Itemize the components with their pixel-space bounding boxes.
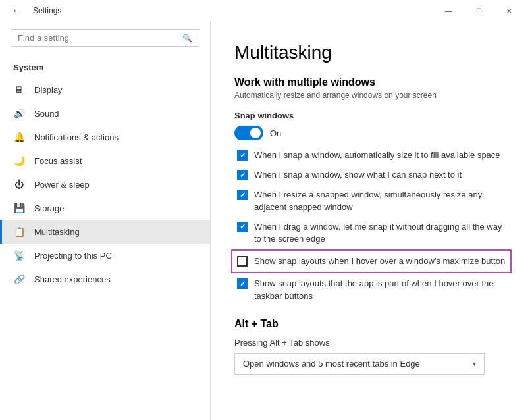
sidebar-item-sound[interactable]: 🔊 Sound xyxy=(0,101,210,125)
toggle-state-label: On xyxy=(270,128,281,138)
alt-tab-section: Alt + Tab xyxy=(234,318,508,330)
back-button[interactable]: ← xyxy=(8,0,26,21)
content-area: Multitasking Work with multiple windows … xyxy=(211,21,532,420)
checkbox-row-3: ✓ When I resize a snapped window, simult… xyxy=(234,189,508,213)
title-bar: ← Settings — ☐ ✕ xyxy=(0,0,532,21)
sidebar-label-storage: Storage xyxy=(34,203,65,213)
sidebar-label-shared: Shared experiences xyxy=(34,275,111,284)
sidebar-label-projecting: Projecting to this PC xyxy=(34,251,112,261)
snap-toggle-row: On xyxy=(234,126,508,140)
checkbox-2[interactable]: ✓ xyxy=(237,170,248,180)
sidebar-header: 🔍 xyxy=(0,21,210,60)
section-desc-windows: Automatically resize and arrange windows… xyxy=(234,91,508,100)
notifications-icon: 🔔 xyxy=(13,132,25,142)
page-title: Multitasking xyxy=(234,42,508,63)
checkbox-row-6: ✓ Show snap layouts that the app is part… xyxy=(234,278,508,302)
check-icon-6: ✓ xyxy=(240,280,246,288)
close-button[interactable]: ✕ xyxy=(494,0,524,21)
back-icon: ← xyxy=(12,5,22,16)
alttab-dropdown[interactable]: Open windows and 5 most recent tabs in E… xyxy=(234,353,485,375)
sidebar-label-notifications: Notifications & actions xyxy=(34,132,119,142)
sidebar-item-projecting[interactable]: 📡 Projecting to this PC xyxy=(0,244,210,267)
checkbox-label-3: When I resize a snapped window, simultan… xyxy=(254,189,508,213)
multitasking-icon: 📋 xyxy=(13,226,25,237)
search-input[interactable] xyxy=(18,33,182,43)
snap-toggle[interactable] xyxy=(234,126,263,140)
section-title-windows: Work with multiple windows xyxy=(234,76,508,88)
dropdown-label: Pressing Alt + Tab shows xyxy=(234,338,508,348)
checkbox-label-1: When I snap a window, automatically size… xyxy=(254,149,500,161)
shared-icon: 🔗 xyxy=(13,274,25,284)
display-icon: 🖥 xyxy=(13,84,25,95)
checkbox-row-4: ✓ When I drag a window, let me snap it w… xyxy=(234,221,508,245)
sidebar-item-storage[interactable]: 💾 Storage xyxy=(0,196,210,220)
snap-label: Snap windows xyxy=(234,111,508,120)
sidebar-item-notifications[interactable]: 🔔 Notifications & actions xyxy=(0,125,210,149)
checkbox-row-5: Show snap layouts when I hover over a wi… xyxy=(234,253,508,270)
storage-icon: 💾 xyxy=(13,203,25,213)
sidebar-item-multitasking[interactable]: 📋 Multitasking xyxy=(0,220,210,244)
checkbox-label-6: Show snap layouts that the app is part o… xyxy=(254,278,508,302)
sidebar-label-display: Display xyxy=(34,85,63,95)
sidebar: 🔍 System 🖥 Display 🔊 Sound 🔔 Notificatio… xyxy=(0,21,211,420)
check-icon-2: ✓ xyxy=(240,171,246,180)
checkbox-6[interactable]: ✓ xyxy=(237,278,248,289)
checkbox-label-2: When I snap a window, show what I can sn… xyxy=(254,169,462,181)
app-title: Settings xyxy=(33,6,61,15)
dropdown-arrow-icon: ▾ xyxy=(473,360,476,367)
check-icon-1: ✓ xyxy=(240,151,246,160)
dropdown-value: Open windows and 5 most recent tabs in E… xyxy=(243,359,420,369)
checkbox-5[interactable] xyxy=(237,256,248,267)
maximize-button[interactable]: ☐ xyxy=(464,0,494,21)
section-title-alttab: Alt + Tab xyxy=(234,318,508,330)
check-icon-3: ✓ xyxy=(240,191,246,199)
sidebar-label-multitasking: Multitasking xyxy=(34,227,80,237)
search-box[interactable]: 🔍 xyxy=(11,29,200,47)
sidebar-item-power[interactable]: ⏻ Power & sleep xyxy=(0,172,210,196)
app-body: 🔍 System 🖥 Display 🔊 Sound 🔔 Notificatio… xyxy=(0,21,532,420)
sidebar-section-label: System xyxy=(0,60,210,78)
projecting-icon: 📡 xyxy=(13,250,25,261)
window-controls: — ☐ ✕ xyxy=(433,0,524,21)
power-icon: ⏻ xyxy=(13,179,25,190)
checkbox-4[interactable]: ✓ xyxy=(237,222,248,232)
search-icon: 🔍 xyxy=(182,34,192,43)
checkbox-label-4: When I drag a window, let me snap it wit… xyxy=(254,221,508,245)
checkbox-1[interactable]: ✓ xyxy=(237,150,248,161)
sidebar-item-shared[interactable]: 🔗 Shared experiences xyxy=(0,267,210,291)
checkbox-row-1: ✓ When I snap a window, automatically si… xyxy=(234,149,508,161)
check-icon-4: ✓ xyxy=(240,223,246,231)
focus-icon: 🌙 xyxy=(13,155,25,166)
checkbox-label-5: Show snap layouts when I hover over a wi… xyxy=(254,255,505,267)
checkbox-row-2: ✓ When I snap a window, show what I can … xyxy=(234,169,508,181)
sidebar-label-power: Power & sleep xyxy=(34,180,90,190)
minimize-button[interactable]: — xyxy=(433,0,464,21)
sidebar-item-focus[interactable]: 🌙 Focus assist xyxy=(0,149,210,172)
sidebar-label-focus: Focus assist xyxy=(34,156,82,166)
sidebar-item-display[interactable]: 🖥 Display xyxy=(0,78,210,101)
title-bar-left: ← Settings xyxy=(8,0,61,21)
sidebar-label-sound: Sound xyxy=(34,109,59,118)
sound-icon: 🔊 xyxy=(13,108,25,118)
checkbox-3[interactable]: ✓ xyxy=(237,190,248,200)
